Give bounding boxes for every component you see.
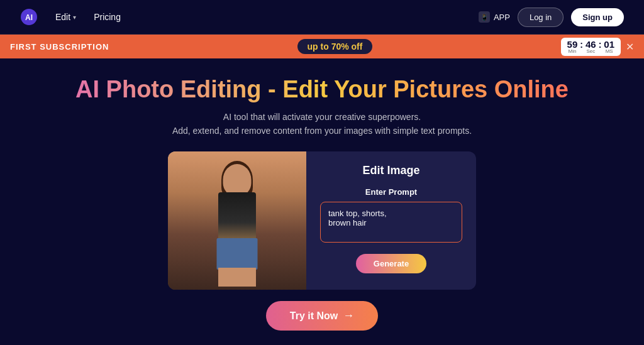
nav-edit-label: Edit xyxy=(55,12,70,22)
figure-legs xyxy=(218,268,256,287)
try-now-button[interactable]: Try it Now → xyxy=(266,301,378,331)
try-now-label: Try it Now xyxy=(290,310,338,322)
figure-head xyxy=(223,164,252,195)
countdown-ms-value: 01 xyxy=(604,40,614,49)
hero-subtitle: AI tool that will activate your creative… xyxy=(20,110,624,138)
nav-edit[interactable]: Edit ▾ xyxy=(55,12,76,22)
hero-title: AI Photo Editing - Edit Your Pictures On… xyxy=(20,76,624,104)
hero-section: AI Photo Editing - Edit Your Pictures On… xyxy=(0,58,644,331)
app-icon: 📱 xyxy=(479,11,490,23)
promo-close-button[interactable]: ✕ xyxy=(626,41,634,53)
svg-text:AI: AI xyxy=(25,13,33,22)
countdown-sec-value: 46 xyxy=(586,40,596,49)
try-now-arrow-icon: → xyxy=(343,309,354,322)
edit-panel: Edit Image Enter Prompt Generate xyxy=(306,151,476,290)
promo-badge: up to 70% off xyxy=(297,39,373,54)
nav-pricing[interactable]: Pricing xyxy=(94,12,121,22)
figure-body xyxy=(218,192,256,243)
signup-button[interactable]: Sign up xyxy=(571,8,624,26)
promo-right: 59 Min : 46 Sec : 01 MS ✕ xyxy=(561,38,634,56)
try-now-section: Try it Now → xyxy=(20,301,624,331)
app-button[interactable]: 📱 APP xyxy=(479,11,510,23)
app-label: APP xyxy=(494,13,510,22)
prompt-label: Enter Prompt xyxy=(320,187,462,197)
countdown-min-label: Min xyxy=(568,49,576,54)
promo-badge-text: up to xyxy=(308,41,329,52)
navbar: AI Edit ▾ Pricing 📱 APP Log in Sign up xyxy=(0,0,644,35)
countdown-seconds: 46 Sec xyxy=(586,40,596,54)
logo-icon: AI xyxy=(20,8,38,26)
nav-pricing-label: Pricing xyxy=(94,12,121,22)
nav-links: Edit ▾ Pricing xyxy=(55,12,121,22)
promo-banner: FIRST SUBSCRIPTION up to 70% off 59 Min … xyxy=(0,35,644,58)
countdown-ms-label: MS xyxy=(606,49,613,54)
login-button[interactable]: Log in xyxy=(518,8,564,27)
demo-image xyxy=(168,151,306,290)
countdown-sep2: : xyxy=(599,40,602,50)
demo-image-placeholder xyxy=(168,151,306,290)
countdown-minutes: 59 Min xyxy=(567,40,578,54)
demo-area: Edit Image Enter Prompt Generate xyxy=(158,151,486,290)
navbar-left: AI Edit ▾ Pricing xyxy=(20,8,121,26)
prompt-input[interactable] xyxy=(320,202,462,243)
chevron-down-icon: ▾ xyxy=(73,14,76,21)
hero-subtitle-line2: Add, extend, and remove content from you… xyxy=(172,126,472,136)
navbar-right: 📱 APP Log in Sign up xyxy=(479,8,624,27)
countdown-sep1: : xyxy=(580,40,583,50)
countdown-min-value: 59 xyxy=(567,40,578,49)
generate-button[interactable]: Generate xyxy=(356,254,426,273)
figure-overlay xyxy=(199,158,275,290)
promo-badge-percent: 70% off xyxy=(331,41,363,52)
hero-subtitle-line1: AI tool that will activate your creative… xyxy=(223,112,421,122)
countdown-timer: 59 Min : 46 Sec : 01 MS xyxy=(561,38,621,56)
countdown-ms: 01 MS xyxy=(604,40,614,54)
figure-shorts xyxy=(217,238,258,270)
countdown-sec-label: Sec xyxy=(586,49,595,54)
promo-left-text: FIRST SUBSCRIPTION xyxy=(10,42,109,52)
edit-panel-title: Edit Image xyxy=(320,164,462,177)
promo-center: up to 70% off xyxy=(297,39,373,54)
